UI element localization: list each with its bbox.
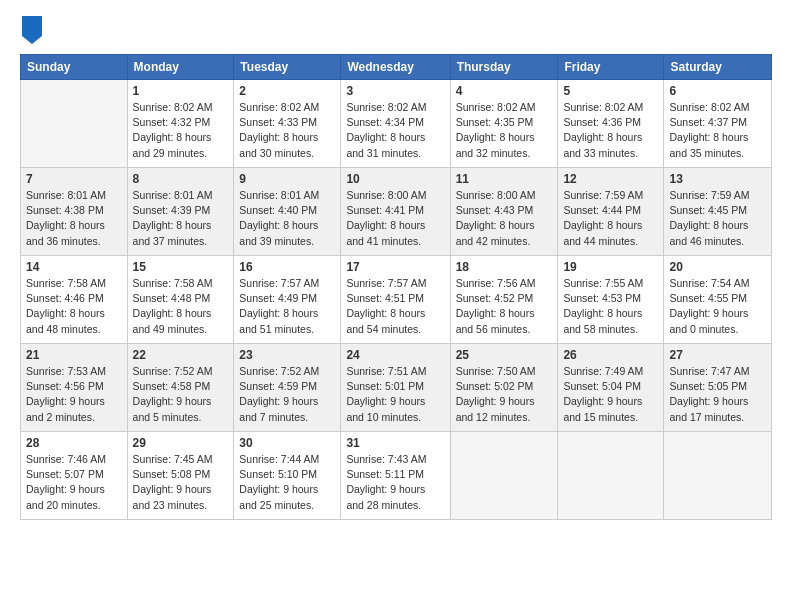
sunset-text: Sunset: 5:04 PM bbox=[563, 380, 641, 392]
daylight-text: Daylight: 9 hoursand 15 minutes. bbox=[563, 395, 642, 422]
sunrise-text: Sunrise: 7:52 AM bbox=[239, 365, 319, 377]
day-info: Sunrise: 8:02 AMSunset: 4:32 PMDaylight:… bbox=[133, 100, 229, 161]
day-info: Sunrise: 7:47 AMSunset: 5:05 PMDaylight:… bbox=[669, 364, 766, 425]
daylight-text: Daylight: 8 hoursand 48 minutes. bbox=[26, 307, 105, 334]
sunrise-text: Sunrise: 7:44 AM bbox=[239, 453, 319, 465]
day-info: Sunrise: 7:52 AMSunset: 4:59 PMDaylight:… bbox=[239, 364, 335, 425]
calendar-cell: 31Sunrise: 7:43 AMSunset: 5:11 PMDayligh… bbox=[341, 432, 450, 520]
calendar-cell: 21Sunrise: 7:53 AMSunset: 4:56 PMDayligh… bbox=[21, 344, 128, 432]
weekday-header-wednesday: Wednesday bbox=[341, 55, 450, 80]
daylight-text: Daylight: 9 hoursand 2 minutes. bbox=[26, 395, 105, 422]
day-info: Sunrise: 7:59 AMSunset: 4:45 PMDaylight:… bbox=[669, 188, 766, 249]
weekday-header-sunday: Sunday bbox=[21, 55, 128, 80]
calendar-cell: 20Sunrise: 7:54 AMSunset: 4:55 PMDayligh… bbox=[664, 256, 772, 344]
day-number: 26 bbox=[563, 348, 658, 362]
day-info: Sunrise: 7:43 AMSunset: 5:11 PMDaylight:… bbox=[346, 452, 444, 513]
day-info: Sunrise: 8:02 AMSunset: 4:37 PMDaylight:… bbox=[669, 100, 766, 161]
sunrise-text: Sunrise: 7:58 AM bbox=[26, 277, 106, 289]
calendar-cell: 25Sunrise: 7:50 AMSunset: 5:02 PMDayligh… bbox=[450, 344, 558, 432]
daylight-text: Daylight: 8 hoursand 39 minutes. bbox=[239, 219, 318, 246]
sunset-text: Sunset: 4:59 PM bbox=[239, 380, 317, 392]
sunrise-text: Sunrise: 8:02 AM bbox=[133, 101, 213, 113]
day-info: Sunrise: 7:52 AMSunset: 4:58 PMDaylight:… bbox=[133, 364, 229, 425]
sunset-text: Sunset: 4:44 PM bbox=[563, 204, 641, 216]
sunset-text: Sunset: 4:38 PM bbox=[26, 204, 104, 216]
day-number: 5 bbox=[563, 84, 658, 98]
sunrise-text: Sunrise: 7:46 AM bbox=[26, 453, 106, 465]
calendar-cell: 26Sunrise: 7:49 AMSunset: 5:04 PMDayligh… bbox=[558, 344, 664, 432]
sunrise-text: Sunrise: 8:02 AM bbox=[563, 101, 643, 113]
sunrise-text: Sunrise: 7:52 AM bbox=[133, 365, 213, 377]
day-number: 20 bbox=[669, 260, 766, 274]
calendar-cell: 23Sunrise: 7:52 AMSunset: 4:59 PMDayligh… bbox=[234, 344, 341, 432]
day-info: Sunrise: 7:57 AMSunset: 4:49 PMDaylight:… bbox=[239, 276, 335, 337]
sunrise-text: Sunrise: 8:02 AM bbox=[346, 101, 426, 113]
calendar-cell: 9Sunrise: 8:01 AMSunset: 4:40 PMDaylight… bbox=[234, 168, 341, 256]
day-number: 2 bbox=[239, 84, 335, 98]
sunrise-text: Sunrise: 7:55 AM bbox=[563, 277, 643, 289]
calendar-cell: 11Sunrise: 8:00 AMSunset: 4:43 PMDayligh… bbox=[450, 168, 558, 256]
day-info: Sunrise: 7:58 AMSunset: 4:46 PMDaylight:… bbox=[26, 276, 122, 337]
daylight-text: Daylight: 8 hoursand 44 minutes. bbox=[563, 219, 642, 246]
sunset-text: Sunset: 4:33 PM bbox=[239, 116, 317, 128]
day-info: Sunrise: 8:02 AMSunset: 4:35 PMDaylight:… bbox=[456, 100, 553, 161]
sunrise-text: Sunrise: 8:01 AM bbox=[26, 189, 106, 201]
day-info: Sunrise: 7:51 AMSunset: 5:01 PMDaylight:… bbox=[346, 364, 444, 425]
sunset-text: Sunset: 5:08 PM bbox=[133, 468, 211, 480]
day-number: 28 bbox=[26, 436, 122, 450]
sunset-text: Sunset: 4:56 PM bbox=[26, 380, 104, 392]
day-info: Sunrise: 7:58 AMSunset: 4:48 PMDaylight:… bbox=[133, 276, 229, 337]
weekday-header-tuesday: Tuesday bbox=[234, 55, 341, 80]
sunset-text: Sunset: 4:43 PM bbox=[456, 204, 534, 216]
daylight-text: Daylight: 8 hoursand 41 minutes. bbox=[346, 219, 425, 246]
weekday-header-saturday: Saturday bbox=[664, 55, 772, 80]
daylight-text: Daylight: 8 hoursand 33 minutes. bbox=[563, 131, 642, 158]
sunset-text: Sunset: 4:41 PM bbox=[346, 204, 424, 216]
calendar-cell: 14Sunrise: 7:58 AMSunset: 4:46 PMDayligh… bbox=[21, 256, 128, 344]
day-info: Sunrise: 8:00 AMSunset: 4:43 PMDaylight:… bbox=[456, 188, 553, 249]
sunrise-text: Sunrise: 8:01 AM bbox=[133, 189, 213, 201]
sunrise-text: Sunrise: 7:57 AM bbox=[239, 277, 319, 289]
day-number: 29 bbox=[133, 436, 229, 450]
day-info: Sunrise: 7:59 AMSunset: 4:44 PMDaylight:… bbox=[563, 188, 658, 249]
sunrise-text: Sunrise: 7:51 AM bbox=[346, 365, 426, 377]
weekday-header-monday: Monday bbox=[127, 55, 234, 80]
weekday-header-thursday: Thursday bbox=[450, 55, 558, 80]
sunrise-text: Sunrise: 7:45 AM bbox=[133, 453, 213, 465]
calendar-week-row: 21Sunrise: 7:53 AMSunset: 4:56 PMDayligh… bbox=[21, 344, 772, 432]
day-info: Sunrise: 8:01 AMSunset: 4:39 PMDaylight:… bbox=[133, 188, 229, 249]
day-info: Sunrise: 7:55 AMSunset: 4:53 PMDaylight:… bbox=[563, 276, 658, 337]
header bbox=[20, 16, 772, 44]
day-number: 1 bbox=[133, 84, 229, 98]
day-number: 14 bbox=[26, 260, 122, 274]
calendar-cell: 15Sunrise: 7:58 AMSunset: 4:48 PMDayligh… bbox=[127, 256, 234, 344]
sunset-text: Sunset: 5:05 PM bbox=[669, 380, 747, 392]
calendar-cell: 4Sunrise: 8:02 AMSunset: 4:35 PMDaylight… bbox=[450, 80, 558, 168]
sunrise-text: Sunrise: 7:47 AM bbox=[669, 365, 749, 377]
day-number: 22 bbox=[133, 348, 229, 362]
calendar-cell: 18Sunrise: 7:56 AMSunset: 4:52 PMDayligh… bbox=[450, 256, 558, 344]
daylight-text: Daylight: 9 hoursand 28 minutes. bbox=[346, 483, 425, 510]
calendar-cell: 1Sunrise: 8:02 AMSunset: 4:32 PMDaylight… bbox=[127, 80, 234, 168]
svg-marker-0 bbox=[22, 16, 42, 44]
sunrise-text: Sunrise: 7:56 AM bbox=[456, 277, 536, 289]
sunset-text: Sunset: 4:36 PM bbox=[563, 116, 641, 128]
sunset-text: Sunset: 4:32 PM bbox=[133, 116, 211, 128]
sunrise-text: Sunrise: 7:49 AM bbox=[563, 365, 643, 377]
daylight-text: Daylight: 9 hoursand 5 minutes. bbox=[133, 395, 212, 422]
day-number: 19 bbox=[563, 260, 658, 274]
daylight-text: Daylight: 9 hoursand 23 minutes. bbox=[133, 483, 212, 510]
day-number: 7 bbox=[26, 172, 122, 186]
daylight-text: Daylight: 8 hoursand 32 minutes. bbox=[456, 131, 535, 158]
day-info: Sunrise: 7:53 AMSunset: 4:56 PMDaylight:… bbox=[26, 364, 122, 425]
day-number: 9 bbox=[239, 172, 335, 186]
sunrise-text: Sunrise: 7:57 AM bbox=[346, 277, 426, 289]
sunrise-text: Sunrise: 8:02 AM bbox=[669, 101, 749, 113]
sunrise-text: Sunrise: 7:59 AM bbox=[669, 189, 749, 201]
sunrise-text: Sunrise: 8:01 AM bbox=[239, 189, 319, 201]
calendar-cell: 5Sunrise: 8:02 AMSunset: 4:36 PMDaylight… bbox=[558, 80, 664, 168]
day-info: Sunrise: 7:50 AMSunset: 5:02 PMDaylight:… bbox=[456, 364, 553, 425]
daylight-text: Daylight: 8 hoursand 58 minutes. bbox=[563, 307, 642, 334]
sunset-text: Sunset: 5:01 PM bbox=[346, 380, 424, 392]
sunrise-text: Sunrise: 7:43 AM bbox=[346, 453, 426, 465]
